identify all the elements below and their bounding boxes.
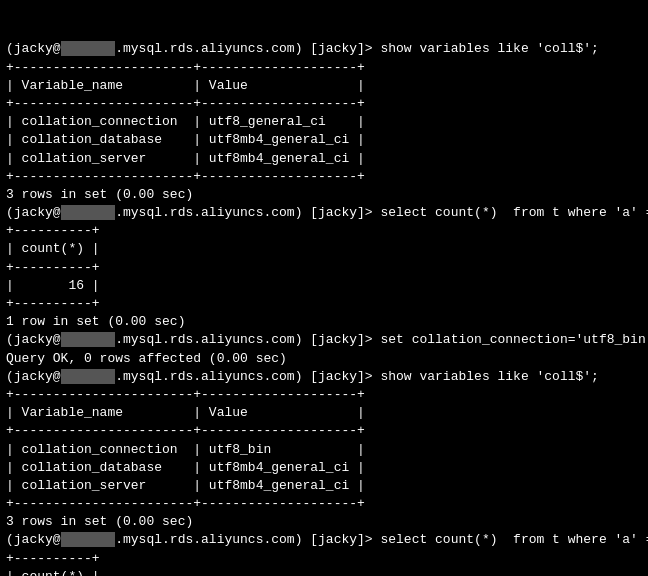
terminal: (jacky@ .mysql.rds.aliyuncs.com) [jacky]… <box>6 4 642 576</box>
terminal-line: (jacky@ .mysql.rds.aliyuncs.com) [jacky]… <box>6 40 642 58</box>
terminal-line: (jacky@ .mysql.rds.aliyuncs.com) [jacky]… <box>6 331 642 349</box>
terminal-line: | collation_server | utf8mb4_general_ci … <box>6 150 642 168</box>
prompt-after: .mysql.rds.aliyuncs.com) [jacky]> show v… <box>115 369 599 384</box>
terminal-line: | count(*) | <box>6 568 642 576</box>
terminal-line: 1 row in set (0.00 sec) <box>6 313 642 331</box>
terminal-line: (jacky@ .mysql.rds.aliyuncs.com) [jacky]… <box>6 204 642 222</box>
prompt-after: .mysql.rds.aliyuncs.com) [jacky]> show v… <box>115 41 599 56</box>
prompt-after: .mysql.rds.aliyuncs.com) [jacky]> select… <box>115 205 648 220</box>
terminal-line: +-----------------------+---------------… <box>6 495 642 513</box>
prompt-prefix: (jacky@ <box>6 369 61 384</box>
prompt-prefix: (jacky@ <box>6 332 61 347</box>
terminal-line: +-----------------------+---------------… <box>6 168 642 186</box>
terminal-line: +-----------------------+---------------… <box>6 59 642 77</box>
terminal-line: +----------+ <box>6 259 642 277</box>
terminal-line: 3 rows in set (0.00 sec) <box>6 513 642 531</box>
terminal-line: | collation_server | utf8mb4_general_ci … <box>6 477 642 495</box>
terminal-line: 3 rows in set (0.00 sec) <box>6 186 642 204</box>
terminal-line: (jacky@ .mysql.rds.aliyuncs.com) [jacky]… <box>6 368 642 386</box>
terminal-line: +----------+ <box>6 295 642 313</box>
terminal-line: | collation_connection | utf8_general_ci… <box>6 113 642 131</box>
prompt-prefix: (jacky@ <box>6 41 61 56</box>
hostname-masked <box>61 369 116 384</box>
prompt-after: .mysql.rds.aliyuncs.com) [jacky]> set co… <box>115 332 648 347</box>
prompt-prefix: (jacky@ <box>6 532 61 547</box>
terminal-line: | collation_connection | utf8_bin | <box>6 441 642 459</box>
terminal-line: | count(*) | <box>6 240 642 258</box>
terminal-line: (jacky@ .mysql.rds.aliyuncs.com) [jacky]… <box>6 531 642 549</box>
terminal-line: +-----------------------+---------------… <box>6 422 642 440</box>
terminal-line: | Variable_name | Value | <box>6 404 642 422</box>
terminal-line: +----------+ <box>6 222 642 240</box>
terminal-line: +----------+ <box>6 550 642 568</box>
hostname-masked <box>61 332 116 347</box>
terminal-line: Query OK, 0 rows affected (0.00 sec) <box>6 350 642 368</box>
terminal-line: | collation_database | utf8mb4_general_c… <box>6 459 642 477</box>
terminal-line: | 16 | <box>6 277 642 295</box>
hostname-masked <box>61 205 116 220</box>
prompt-prefix: (jacky@ <box>6 205 61 220</box>
terminal-line: +-----------------------+---------------… <box>6 386 642 404</box>
terminal-line: | collation_database | utf8mb4_general_c… <box>6 131 642 149</box>
terminal-line: | Variable_name | Value | <box>6 77 642 95</box>
hostname-masked <box>61 532 116 547</box>
terminal-line: +-----------------------+---------------… <box>6 95 642 113</box>
hostname-masked <box>61 41 116 56</box>
prompt-after: .mysql.rds.aliyuncs.com) [jacky]> select… <box>115 532 648 547</box>
